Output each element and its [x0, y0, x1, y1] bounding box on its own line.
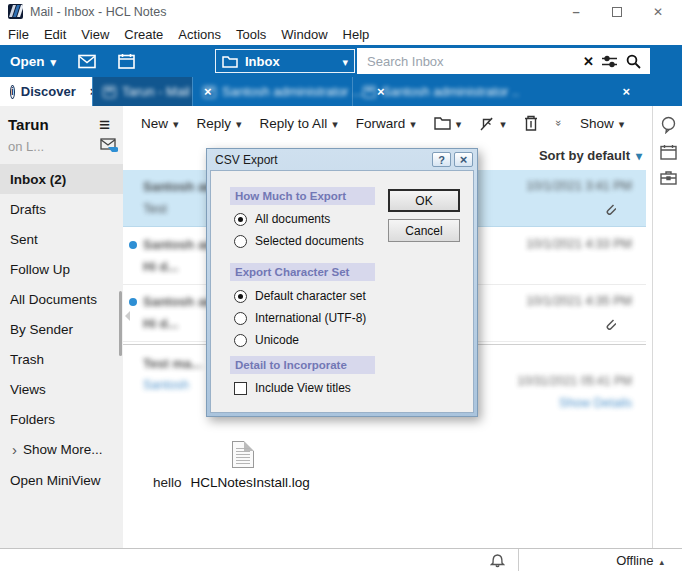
ok-button[interactable]: OK [388, 189, 460, 212]
radio-icon[interactable] [234, 290, 247, 303]
radio-international-utf8[interactable]: International (UTF-8) [234, 311, 366, 325]
mailbox-owner: Tarun [8, 116, 49, 133]
chat-bubble-icon[interactable] [660, 116, 677, 134]
menu-bar: File Edit View Create Actions Tools Wind… [0, 23, 682, 45]
show-more-toggle[interactable]: Show More... [0, 434, 123, 464]
dialog-close-button[interactable] [454, 152, 473, 167]
cancel-button[interactable]: Cancel [388, 219, 460, 242]
compose-mail-icon[interactable] [100, 137, 118, 152]
search-bar [357, 48, 650, 74]
chevron-down-icon [636, 148, 642, 163]
dialog-title-bar[interactable]: CSV Export [207, 149, 477, 170]
checkbox-include-view-titles[interactable]: Include View titles [234, 381, 351, 395]
action-bar: New Reply Reply to All Forward Show [123, 106, 652, 140]
radio-icon[interactable] [234, 213, 247, 226]
sort-selector[interactable]: Sort by default [539, 148, 642, 163]
radio-all-documents[interactable]: All documents [234, 212, 330, 226]
close-button[interactable] [652, 6, 664, 18]
sidebar-item-all-documents[interactable]: All Documents [0, 284, 123, 314]
trash-icon [524, 115, 538, 131]
connection-status[interactable]: Offline [616, 553, 664, 568]
menu-actions[interactable]: Actions [178, 27, 221, 42]
status-divider [518, 549, 519, 571]
mail-icon[interactable] [78, 54, 96, 69]
reply-button[interactable]: Reply [197, 116, 242, 131]
paperclip-icon [603, 201, 616, 215]
reply-to-all-button[interactable]: Reply to All [260, 116, 338, 131]
search-options-icon[interactable] [602, 55, 617, 68]
chevron-down-icon [332, 116, 338, 131]
menu-create[interactable]: Create [124, 27, 163, 42]
dialog-help-button[interactable] [432, 152, 451, 167]
radio-icon[interactable] [234, 334, 247, 347]
hello-text: hello [153, 475, 182, 490]
sidebar-item-by-sender[interactable]: By Sender [0, 314, 123, 344]
briefcase-icon[interactable] [660, 170, 677, 185]
sidebar-item-sent[interactable]: Sent [0, 224, 123, 254]
close-tab-icon[interactable] [622, 84, 630, 99]
forward-button[interactable]: Forward [356, 116, 416, 131]
clear-search-icon[interactable] [583, 54, 594, 69]
menu-tools[interactable]: Tools [236, 27, 266, 42]
delete-button[interactable] [524, 115, 538, 131]
attachment-filename[interactable]: HCLNotesInstall.log [191, 475, 310, 490]
sidebar-item-inbox[interactable]: Inbox (2) [0, 164, 123, 194]
sidebar-item-follow-up[interactable]: Follow Up [0, 254, 123, 284]
chevron-down-icon [619, 116, 625, 131]
mailbox-location: on L... [8, 139, 44, 154]
calendar-side-icon[interactable] [660, 144, 677, 160]
radio-unicode[interactable]: Unicode [234, 333, 299, 347]
menu-file[interactable]: File [8, 27, 29, 42]
calendar-icon[interactable] [118, 53, 135, 69]
chevron-up-icon [659, 553, 664, 568]
radio-icon[interactable] [234, 235, 247, 248]
menu-edit[interactable]: Edit [44, 27, 66, 42]
more-actions-icon[interactable] [553, 120, 565, 126]
sidebar-item-folders[interactable]: Folders [0, 404, 123, 434]
window-tab-bar: Discover Tarun - Mail Santosh administra… [0, 77, 682, 106]
radio-selected-documents[interactable]: Selected documents [234, 234, 364, 248]
new-button[interactable]: New [141, 116, 179, 131]
section-heading-detail: Detail to Incorporate [230, 356, 375, 374]
sidebar-scrollbar[interactable] [119, 291, 122, 356]
chevron-right-icon [12, 441, 17, 458]
notifications-bell-icon[interactable] [490, 552, 505, 568]
unread-indicator [129, 241, 137, 249]
tab-santosh-2[interactable]: Santosh administrator .. [352, 77, 654, 106]
search-icon[interactable] [626, 54, 641, 69]
navigation-sidebar: Tarun on L... Inbox (2) Drafts Sent Foll… [0, 106, 123, 548]
tab-santosh-1[interactable]: Santosh administrator ... [192, 77, 352, 106]
status-bar: Offline [0, 548, 682, 571]
maximize-button[interactable] [612, 7, 622, 17]
show-details-link[interactable]: Show Details [559, 396, 632, 410]
move-to-folder-button[interactable] [434, 116, 462, 131]
main-toolbar: Open Inbox [0, 45, 682, 77]
tab-tarun-mail[interactable]: Tarun - Mail [92, 77, 192, 106]
hcl-notes-app-icon [8, 4, 23, 19]
flag-icon [479, 115, 495, 131]
radio-default-charset[interactable]: Default character set [234, 289, 366, 303]
menu-window[interactable]: Window [281, 27, 327, 42]
open-button[interactable]: Open [10, 54, 56, 69]
hamburger-menu-icon[interactable] [99, 114, 110, 136]
checkbox-icon[interactable] [234, 382, 247, 395]
chevron-down-icon [410, 116, 416, 131]
log-file-icon[interactable] [232, 441, 254, 468]
menu-help[interactable]: Help [343, 27, 370, 42]
show-menu-button[interactable]: Show [580, 116, 624, 131]
radio-icon[interactable] [234, 312, 247, 325]
mail-tab-icon [203, 86, 216, 98]
tab-discover[interactable]: Discover [0, 77, 92, 106]
menu-view[interactable]: View [81, 27, 109, 42]
sidebar-collapse-handle[interactable] [120, 311, 130, 321]
open-miniview-button[interactable]: Open MiniView [0, 464, 123, 496]
section-heading-how-much: How Much to Export [230, 187, 375, 205]
sender-link[interactable]: Santosh [143, 378, 189, 392]
flag-button[interactable] [479, 115, 506, 131]
sidebar-item-views[interactable]: Views [0, 374, 123, 404]
view-selector[interactable]: Inbox [215, 49, 355, 73]
sidebar-item-drafts[interactable]: Drafts [0, 194, 123, 224]
sidebar-item-trash[interactable]: Trash [0, 344, 123, 374]
search-input[interactable] [357, 54, 575, 69]
minimize-button[interactable] [570, 6, 582, 18]
